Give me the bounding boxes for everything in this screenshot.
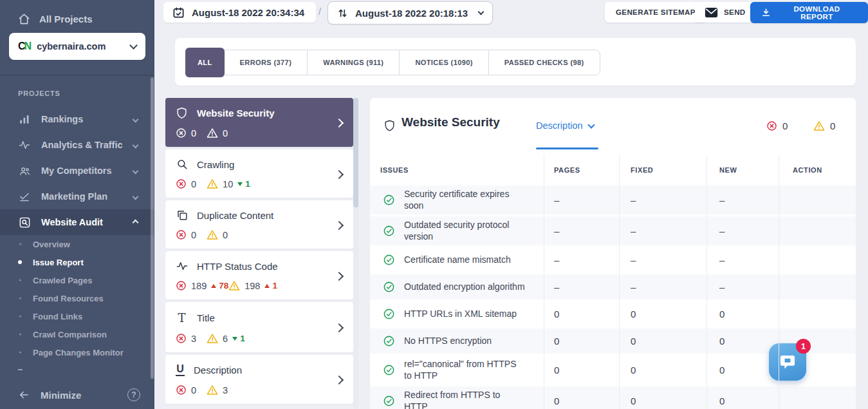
warning-icon [813,120,825,131]
issue-name: rel="canonical" from HTTPS to HTTP [404,356,525,385]
subitem-label: Issue Report [33,258,84,267]
fixed-value: 0 [619,309,706,319]
triangle-up-icon [264,284,270,288]
pages-value: 0 [544,365,619,376]
all-projects-link[interactable]: All Projects [0,0,154,25]
tab-warnings[interactable]: WARNINGS (911) [307,50,399,75]
sidebar-subitem-found-resources[interactable]: Found Resources [0,289,154,307]
category-title[interactable]: T Title 3 6 1 [165,302,353,352]
activity-icon [18,139,31,151]
new-value: 0 [706,395,779,406]
error-delta-up: 78 [211,281,228,290]
tab-all[interactable]: ALL [185,48,225,77]
sidebar-subitem-overview[interactable]: Overview [0,235,154,253]
sidebar-subitem-crawl-comparison[interactable]: Crawl Comparison [0,325,154,343]
table-row[interactable]: Outdated security protocol version – – – [370,216,856,247]
issue-name: Security certificate expires soon [404,185,525,214]
header-warning-count: 0 [813,120,835,131]
categories-scrollbar[interactable] [353,98,358,409]
error-count: 0 [191,230,196,240]
sidebar-item-rankings[interactable]: Rankings [0,106,154,132]
new-value: 0 [706,309,779,319]
sidebar-divider [0,75,154,75]
category-duplicate-content[interactable]: Duplicate Content 0 0 [165,200,353,249]
category-label: Description [194,365,242,376]
pages-value: – [544,254,619,265]
sidebar-subitem-crawled-pages[interactable]: Crawled Pages [0,271,154,289]
warning-count: 198 [245,281,260,291]
category-http-status-code[interactable]: HTTP Status Code 189 78 198 1 [165,251,353,300]
date-from-picker[interactable]: August-18 2022 20:34:34 [163,2,316,23]
issue-categories-list: Website Security 0 0 Crawling 0 10 1 Dup… [165,98,353,406]
chevron-up-icon [133,219,139,225]
check-circle-icon [383,225,395,237]
description-dropdown[interactable]: Description [536,120,594,131]
fixed-value: – [619,225,706,236]
project-selector[interactable]: CN cybernaira.com [9,33,145,60]
sidebar-item-label: Marketing Plan [41,191,107,202]
table-row[interactable]: Redirect from HTTPS to HTTP 0 0 0 [370,386,856,409]
generate-sitemap-button[interactable]: GENERATE SITEMAP [605,2,706,23]
date-to-value: August-18 2022 20:18:13 [355,8,468,19]
sidebar-subitem-issue-report[interactable]: Issue Report [0,253,154,271]
pages-value: 0 [544,336,619,347]
chat-badge: 1 [796,339,811,354]
table-row[interactable]: HTTP URLs in XML sitemap 0 0 0 [370,301,856,328]
chat-bubble-icon [779,353,797,371]
warning-delta-down: 1 [232,334,245,343]
error-icon [176,178,187,189]
warning-count: 10 [223,179,233,189]
category-label: Website Security [197,108,275,119]
pages-value: 0 [544,309,619,319]
table-row[interactable]: Certificate name mismatch – – – [370,247,856,274]
scrollbar-thumb[interactable] [353,98,358,207]
filter-tabs-card: ALL ERRORS (377) WARNINGS (911) NOTICES … [175,38,856,86]
sidebar-item-label: Analytics & Traffic [41,140,123,150]
table-row[interactable]: Security certificate expires soon – – – [370,185,856,216]
fixed-value: – [619,195,706,205]
help-icon[interactable] [127,388,140,401]
sidebar-scrollbar[interactable] [151,77,154,379]
tab-passed-checks[interactable]: PASSED CHECKS (98) [488,50,600,75]
home-icon [18,13,30,25]
warning-icon [207,333,218,344]
warning-count: 0 [830,120,835,131]
chat-launcher[interactable]: 1 [769,343,806,381]
sidebar-item-label: Rankings [41,114,83,124]
check-circle-icon [383,281,395,293]
category-description[interactable]: U Description 0 3 [165,355,353,404]
table-row[interactable]: Outdated encryption algorithm – – – [370,274,856,301]
download-report-button[interactable]: DOWNLOAD REPORT [750,2,868,23]
chevron-right-icon [335,271,344,280]
shield-icon [176,107,188,119]
chevron-down-icon [478,9,485,15]
title-t-icon: T [176,311,188,325]
category-website-security[interactable]: Website Security 0 0 [165,98,353,147]
category-crawling[interactable]: Crawling 0 10 1 [165,149,353,198]
new-value: – [706,254,779,265]
sidebar-subitem-found-links[interactable]: Found Links [0,307,154,325]
triangle-up-icon [211,284,216,288]
check-circle-icon [383,194,395,206]
tab-notices[interactable]: NOTICES (1090) [399,50,488,75]
fixed-value: 0 [619,336,706,347]
error-count: 3 [191,334,196,344]
tab-errors[interactable]: ERRORS (377) [225,50,308,75]
minimize-button[interactable]: Minimize [18,389,81,401]
sidebar-nav: Rankings Analytics & Traffic My Competit… [0,106,154,361]
sidebar-item-analytics-traffic[interactable]: Analytics & Traffic [0,132,154,158]
sidebar-collapsed-marker [18,369,23,370]
sidebar-subitem-page-changes-monitor[interactable]: Page Changes Monitor [0,343,154,361]
date-to-picker[interactable]: August-18 2022 20:18:13 [328,1,493,24]
pages-value: – [544,281,619,292]
table-header-row: ISSUES PAGES FIXED NEW ACTION [370,155,856,185]
check-circle-icon [383,308,395,320]
sidebar-item-marketing-plan[interactable]: Marketing Plan [0,184,154,209]
people-icon [18,165,31,177]
issue-name: Outdated security protocol version [404,216,525,245]
sidebar-item-my-competitors[interactable]: My Competitors [0,158,154,184]
sidebar-item-website-audit[interactable]: Website Audit [0,209,154,235]
filter-tabs: ALL ERRORS (377) WARNINGS (911) NOTICES … [185,50,600,75]
chevron-right-icon [335,169,344,178]
send-button[interactable]: SEND [695,2,755,23]
